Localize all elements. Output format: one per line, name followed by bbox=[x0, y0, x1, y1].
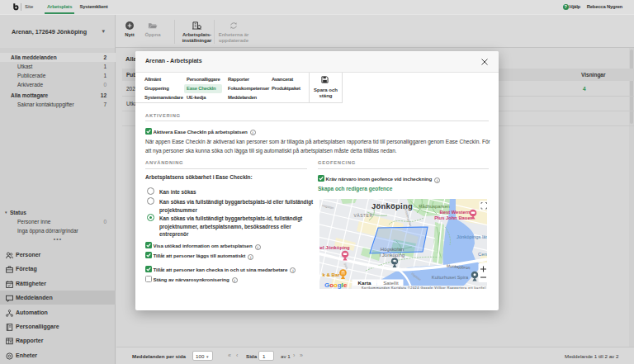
svg-text:otel Jönköping: otel Jönköping bbox=[319, 245, 350, 250]
svg-text:Plus John Bauer: Plus John Bauer bbox=[434, 215, 472, 220]
svg-text:Jönköpings läns r: Jönköpings läns r bbox=[457, 234, 487, 239]
svg-text:Karta: Karta bbox=[358, 280, 371, 286]
svg-text:Kortkommandon Kartdata ©2024: Kortkommandon Kartdata ©2024 Google Vill… bbox=[362, 286, 485, 289]
svg-text:VÄSTER: VÄSTER bbox=[353, 213, 372, 218]
svg-text:i Jönköping: i Jönköping bbox=[380, 253, 405, 258]
svg-text:e: e bbox=[343, 281, 348, 289]
svg-text:k & Bar: k & Bar bbox=[322, 272, 340, 277]
svg-text:Rådhusparken: Rådhusparken bbox=[419, 204, 450, 209]
svg-text:Satellit: Satellit bbox=[383, 280, 399, 286]
svg-text:Kulturhuset Spira: Kulturhuset Spira bbox=[432, 275, 469, 280]
svg-text:Högskolan: Högskolan bbox=[381, 247, 404, 252]
svg-text:Cent: Cent bbox=[478, 252, 487, 257]
svg-text:Best Western: Best Western bbox=[440, 210, 471, 215]
